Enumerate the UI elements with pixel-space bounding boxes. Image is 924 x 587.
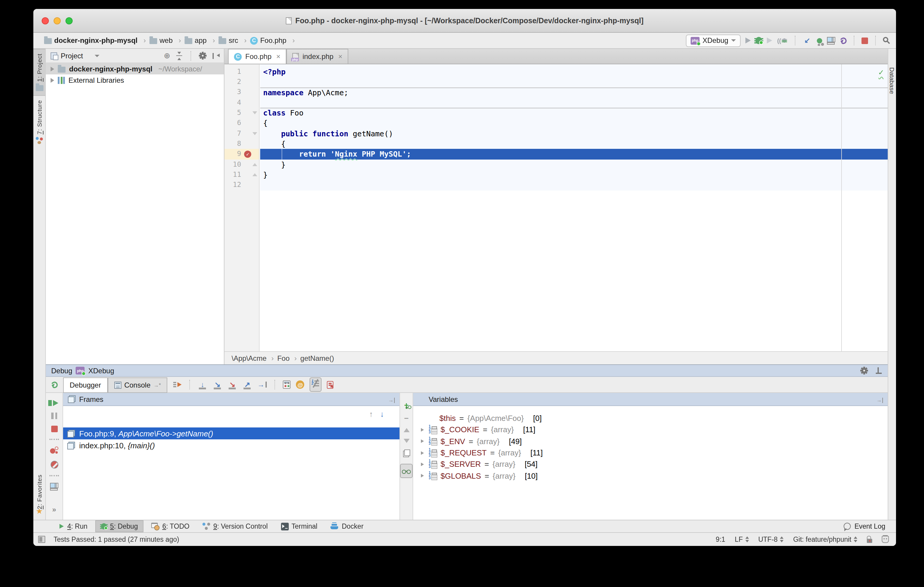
step-over-icon[interactable]: ↓	[198, 380, 208, 389]
lock-icon[interactable]	[867, 539, 872, 543]
vcs-commit-button[interactable]	[817, 38, 822, 43]
git-branch-widget[interactable]: Git: feature/phpunit	[793, 536, 857, 543]
project-tree-row-external-libraries[interactable]: External Libraries	[46, 74, 224, 86]
sidebar-item-favorites[interactable]: 2: Favorites	[33, 470, 45, 520]
frame-row-current[interactable]: Foo.php:9, App\Acme\Foo->getName()	[63, 427, 399, 439]
stop-icon[interactable]	[51, 425, 58, 432]
breadcrumb-item-src[interactable]: src	[217, 36, 248, 45]
previous-frame-icon[interactable]: ↑	[369, 409, 373, 418]
gutter-line[interactable]: 2	[224, 77, 259, 87]
project-tree-row-root[interactable]: docker-nginx-php-mysql~/Workspace/	[46, 63, 224, 74]
gutter-line[interactable]: 6	[224, 118, 259, 129]
remove-watch-icon[interactable]: −	[404, 416, 408, 422]
expand-arrow-icon[interactable]	[421, 474, 424, 477]
gutter-line[interactable]: 1	[224, 67, 259, 77]
breadcrumb-item-app[interactable]: app	[183, 36, 216, 45]
code-line[interactable]: {	[260, 139, 888, 149]
code-line[interactable]: }	[260, 170, 888, 180]
breadcrumb-item-file[interactable]: Foo.php	[249, 36, 296, 45]
copy-icon[interactable]	[403, 450, 410, 457]
rollback-button[interactable]	[839, 36, 848, 45]
resume-program-icon[interactable]	[50, 400, 58, 406]
tool-window-todo[interactable]: 6: TODO	[145, 520, 195, 532]
code-line[interactable]: namespace App\Acme;	[260, 87, 888, 97]
variable-row-env[interactable]: $_ENV = {array} [49]	[413, 435, 888, 447]
code-line[interactable]: <?php	[260, 67, 888, 77]
caret-position-widget[interactable]: 9:1	[716, 536, 725, 543]
add-watch-icon[interactable]	[402, 401, 411, 409]
expand-arrow-icon[interactable]	[51, 66, 54, 71]
gutter-line-breakpoint[interactable]: 9	[224, 149, 259, 160]
sidebar-item-structure[interactable]: 7: Structure	[33, 96, 45, 148]
show-values-inline-icon[interactable]	[296, 381, 305, 389]
gutter-line[interactable]: 11	[224, 170, 259, 180]
tool-window-debug[interactable]: 5: Debug	[95, 520, 143, 532]
minimize-window-button[interactable]	[54, 17, 61, 24]
close-tab-icon[interactable]: ×	[338, 53, 342, 61]
next-frame-icon[interactable]: ↓	[380, 409, 384, 418]
zoom-window-button[interactable]	[66, 17, 73, 24]
locate-file-icon[interactable]	[164, 52, 170, 59]
breakpoint-icon[interactable]	[244, 151, 251, 158]
focus-frames-icon[interactable]	[388, 397, 395, 403]
more-icon[interactable]	[52, 505, 56, 514]
tab-debugger[interactable]: Debugger	[63, 377, 107, 392]
fold-marker-icon[interactable]	[252, 112, 257, 115]
tool-window-toggle-icon[interactable]	[38, 536, 45, 543]
editor-gutter[interactable]: 1 2 3 4 5 6 7 8 9 10 11 12	[224, 64, 259, 351]
move-watch-down-icon[interactable]	[403, 439, 409, 443]
gutter-line[interactable]: 3	[224, 87, 259, 97]
move-watch-up-icon[interactable]	[403, 428, 409, 432]
debug-button[interactable]	[756, 37, 762, 44]
gutter-line[interactable]: 4	[224, 97, 259, 108]
inspections-hector-icon[interactable]	[882, 536, 889, 543]
show-execution-point-icon[interactable]	[173, 382, 182, 387]
variable-row-server[interactable]: $_SERVER = {array} [54]	[413, 458, 888, 470]
gutter-line[interactable]: 5	[224, 108, 259, 118]
tool-window-terminal[interactable]: Terminal	[276, 520, 323, 532]
update-application-icon[interactable]	[827, 36, 835, 45]
tab-foo-php[interactable]: Foo.php ×	[228, 49, 286, 64]
breadcrumb-item-web[interactable]: web	[148, 36, 182, 45]
tool-window-docker[interactable]: Docker	[325, 520, 369, 532]
restore-layout-icon[interactable]	[50, 483, 58, 491]
inspection-status-icon[interactable]: ✓	[878, 68, 883, 76]
code-line[interactable]: }	[260, 159, 888, 170]
project-panel-title[interactable]: Project	[61, 51, 83, 60]
variable-row-this[interactable]: $this = {App\Acme\Foo} [0]	[413, 412, 888, 424]
pause-program-icon[interactable]	[51, 412, 57, 419]
tab-console[interactable]: Console	[107, 377, 167, 392]
gear-icon[interactable]	[199, 52, 206, 59]
fold-marker-icon[interactable]	[252, 173, 257, 176]
vcs-update-button[interactable]: ↙	[802, 36, 812, 45]
event-log-button[interactable]: Event Log	[844, 523, 896, 530]
gutter-line[interactable]: 7	[224, 129, 259, 139]
code-line[interactable]: public function getName()	[260, 129, 888, 139]
fold-marker-icon[interactable]	[252, 132, 257, 135]
tool-window-run[interactable]: 4: Run	[54, 520, 93, 532]
breadcrumb-item-project-root[interactable]: docker-nginx-php-mysql	[43, 36, 147, 45]
fold-marker-icon[interactable]	[252, 163, 257, 166]
step-out-icon[interactable]: ↗	[243, 380, 252, 389]
code-line[interactable]	[260, 97, 888, 108]
variable-row-cookie[interactable]: $_COOKIE = {array} [11]	[413, 424, 888, 436]
close-window-button[interactable]	[42, 17, 49, 24]
show-watches-icon[interactable]	[402, 468, 411, 474]
gear-icon[interactable]	[860, 367, 868, 374]
focus-variables-icon[interactable]	[876, 397, 883, 403]
expand-arrow-icon[interactable]	[421, 439, 424, 443]
breadcrumb-method[interactable]: getName()	[300, 354, 339, 362]
expand-arrow-icon[interactable]	[51, 77, 54, 82]
chevron-down-icon[interactable]	[95, 54, 100, 57]
breadcrumb-class[interactable]: Foo	[277, 354, 297, 362]
code-line[interactable]: class Foo	[260, 108, 888, 118]
expand-arrow-icon[interactable]	[421, 428, 424, 432]
force-step-into-icon[interactable]: ↘	[228, 380, 237, 389]
mute-breakpoints-icon[interactable]: 12	[312, 379, 320, 387]
tool-window-version-control[interactable]: 9: Version Control	[197, 520, 273, 532]
collapse-all-icon[interactable]	[176, 52, 183, 59]
expand-arrow-icon[interactable]	[421, 451, 424, 455]
line-ending-widget[interactable]: LF	[735, 536, 749, 543]
run-configuration-selector[interactable]: XDebug	[686, 34, 741, 47]
code-line[interactable]	[260, 77, 888, 87]
